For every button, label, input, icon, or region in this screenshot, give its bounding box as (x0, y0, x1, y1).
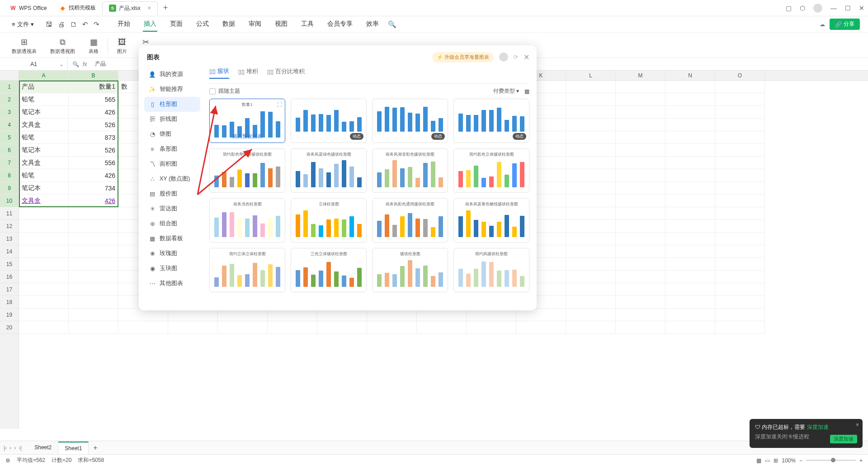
row-header[interactable]: 10 (0, 195, 19, 207)
cell[interactable] (665, 119, 715, 131)
grid-view-icon[interactable]: ▦ (524, 88, 529, 95)
row-header[interactable]: 9 (0, 182, 19, 195)
cell[interactable] (566, 169, 616, 182)
cell[interactable] (566, 144, 616, 157)
cell[interactable] (715, 144, 765, 157)
print-icon[interactable]: 🖨 (58, 20, 65, 29)
cell[interactable] (19, 283, 69, 296)
search-icon[interactable]: 🔍 (388, 20, 396, 29)
chart-subtab-簇状[interactable]: ▯▯ 簇状 (209, 67, 229, 79)
cell[interactable] (467, 309, 516, 321)
cell[interactable] (268, 321, 317, 334)
add-sheet-button[interactable]: + (89, 444, 102, 452)
cell[interactable]: 文具盒 (19, 195, 69, 207)
cell[interactable] (19, 321, 69, 334)
row-header[interactable]: 3 (0, 106, 19, 119)
chart-thumbnail[interactable]: 商务风彩色通用簇状柱形图 (372, 198, 448, 243)
cell[interactable]: 产品 (19, 81, 69, 93)
cell[interactable] (218, 321, 268, 334)
app-tab-home[interactable]: W WPS Office (4, 2, 53, 14)
cell[interactable] (566, 220, 616, 233)
undo-icon[interactable]: ↶ (82, 20, 88, 29)
cell[interactable] (19, 309, 69, 321)
cell[interactable] (715, 245, 765, 258)
cell[interactable] (19, 258, 69, 271)
name-box[interactable]: A1⌄ (0, 58, 68, 70)
cell[interactable] (665, 258, 715, 271)
cell[interactable]: 426 (69, 169, 118, 182)
chart-thumbnail[interactable]: 动态 (291, 99, 367, 143)
cell[interactable]: 565 (69, 93, 118, 106)
row-header[interactable]: 12 (0, 220, 19, 233)
expand-icon[interactable]: ⛶ (277, 102, 282, 107)
row-header[interactable]: 15 (0, 258, 19, 271)
cell[interactable] (516, 309, 566, 321)
cell[interactable] (616, 321, 665, 334)
cell[interactable] (566, 81, 616, 93)
cell[interactable] (616, 220, 665, 233)
cell[interactable] (566, 321, 616, 334)
zoom-level[interactable]: 100% (782, 457, 796, 464)
cell[interactable]: 笔记本 (19, 106, 69, 119)
cloud-icon[interactable]: ☁ (820, 21, 825, 28)
cell[interactable] (715, 233, 765, 245)
chart-category-股价图[interactable]: ▤股价图 (144, 186, 200, 201)
chart-subtab-堆积[interactable]: ▯▯ 堆积 (238, 67, 258, 79)
close-window-icon[interactable]: ✕ (859, 5, 864, 12)
new-tab-button[interactable]: + (158, 3, 174, 13)
chart-thumbnail[interactable]: 商务浅色柱形图 (209, 198, 285, 243)
cell[interactable] (566, 283, 616, 296)
cell[interactable] (566, 106, 616, 119)
cell[interactable]: 426 (69, 106, 118, 119)
cell[interactable] (665, 207, 715, 220)
cell[interactable]: 734 (69, 182, 118, 195)
customize-statusbar-icon[interactable]: ⚙ (5, 457, 10, 464)
row-header[interactable]: 6 (0, 144, 19, 157)
cell[interactable]: 笔记本 (19, 182, 69, 195)
cell[interactable] (715, 195, 765, 207)
menu-会员专享[interactable]: 会员专享 (326, 17, 354, 32)
view-layout-icon[interactable]: ▭ (765, 457, 770, 464)
cell[interactable] (19, 207, 69, 220)
cell[interactable] (69, 283, 118, 296)
close-panel-icon[interactable]: ✕ (524, 53, 529, 62)
menu-工具[interactable]: 工具 (300, 17, 315, 32)
cell[interactable] (69, 245, 118, 258)
chart-thumbnail[interactable]: 动态 (372, 99, 448, 143)
view-pagebreak-icon[interactable]: ⊞ (774, 457, 778, 464)
row-header[interactable]: 18 (0, 296, 19, 309)
chart-thumbnail[interactable]: 商务风蓝黄色横线簇状柱形图 (453, 198, 529, 243)
sheet-last-icon[interactable]: ›| (19, 445, 22, 451)
cell[interactable] (665, 195, 715, 207)
cell[interactable]: 铅笔 (19, 131, 69, 144)
chart-category-其他图表[interactable]: ⋯其他图表 (144, 276, 200, 291)
chart-thumbnail[interactable]: 立体柱形图 (291, 198, 367, 243)
cell[interactable]: 铅笔 (19, 93, 69, 106)
cell[interactable] (19, 271, 69, 283)
cell[interactable] (665, 182, 715, 195)
cell[interactable] (715, 321, 765, 334)
cell[interactable] (616, 131, 665, 144)
cell[interactable] (665, 106, 715, 119)
cell[interactable] (665, 309, 715, 321)
cell[interactable] (69, 309, 118, 321)
cell[interactable] (616, 233, 665, 245)
cell[interactable] (516, 321, 566, 334)
cell[interactable] (268, 309, 317, 321)
menu-开始[interactable]: 开始 (117, 17, 131, 32)
cell[interactable] (566, 309, 616, 321)
row-header[interactable]: 7 (0, 157, 19, 169)
fx-icon[interactable]: fx (83, 61, 87, 67)
chart-category-条形图[interactable]: ≡条形图 (144, 142, 200, 157)
cell[interactable] (566, 207, 616, 220)
cell[interactable] (118, 321, 168, 334)
cell[interactable] (69, 321, 118, 334)
cell[interactable] (69, 258, 118, 271)
cell[interactable] (566, 258, 616, 271)
avatar[interactable] (499, 52, 508, 62)
cell[interactable] (616, 93, 665, 106)
cell[interactable]: 873 (69, 131, 118, 144)
cell[interactable] (566, 93, 616, 106)
cell[interactable] (616, 182, 665, 195)
cell[interactable] (69, 271, 118, 283)
